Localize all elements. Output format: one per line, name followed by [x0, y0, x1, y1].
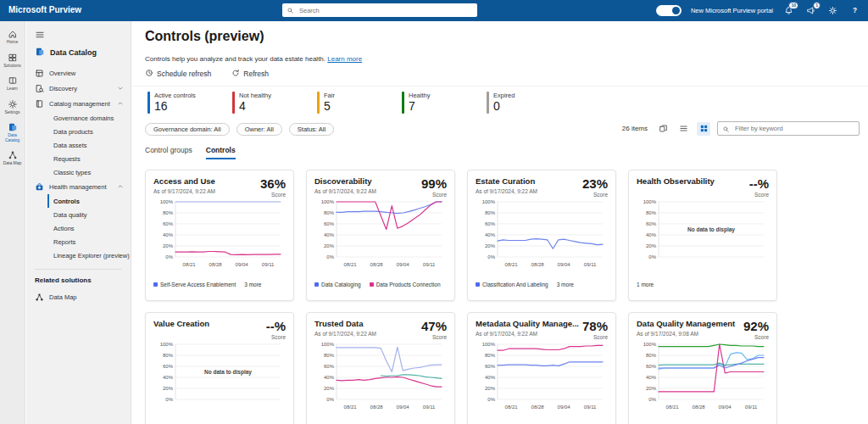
health-management-icon: [35, 182, 44, 192]
svg-text:100%: 100%: [160, 199, 174, 204]
card-score: 99%: [421, 177, 447, 190]
sidebar-item-data-products[interactable]: Data products: [47, 125, 131, 138]
control-card-trusted-data[interactable]: Trusted DataAs of 9/17/2024, 9:22 AM47%S…: [306, 312, 455, 424]
card-as-of: As of 9/17/2024, 9:22 AM: [476, 188, 537, 195]
control-card-discoverability[interactable]: DiscoverabilityAs of 9/17/2024, 9:22 AM9…: [306, 170, 455, 301]
rail-item-home[interactable]: Home: [0, 26, 25, 47]
grid-view-icon: [699, 124, 709, 133]
card-score: --%: [266, 320, 286, 332]
legend-item: Self-Serve Access Enablement: [153, 282, 236, 287]
keyword-filter[interactable]: [717, 121, 860, 136]
rail-item-data-map[interactable]: Data Map: [0, 148, 25, 169]
svg-text:20%: 20%: [646, 243, 657, 248]
card-view-icon: [659, 124, 668, 133]
tab-controls[interactable]: Controls: [206, 146, 236, 159]
svg-text:09/11: 09/11: [423, 404, 436, 410]
tab-control-groups[interactable]: Control groups: [145, 146, 192, 159]
sidebar-item-controls[interactable]: Controls: [47, 194, 131, 208]
sidebar-item-actions[interactable]: Actions: [47, 221, 131, 235]
sidebar-item-requests[interactable]: Requests: [47, 152, 131, 165]
control-card-health-observability[interactable]: Health Observability--%Score100%80%60%40…: [628, 170, 777, 301]
control-card-value-creation[interactable]: Value Creation--%Score100%80%60%40%20%0%…: [145, 312, 294, 424]
solutions-icon: [8, 53, 18, 63]
home-icon: [8, 29, 18, 39]
announcements-button[interactable]: 1: [804, 4, 817, 17]
sidebar-item-discovery[interactable]: Discovery: [26, 81, 131, 96]
control-card-estate-curation[interactable]: Estate CurationAs of 9/17/2024, 9:22 AM2…: [467, 170, 616, 301]
sidebar-item-data-assets[interactable]: Data assets: [47, 138, 131, 152]
portal-toggle[interactable]: [656, 5, 682, 16]
global-search-input[interactable]: [298, 6, 473, 15]
search-icon: [722, 126, 730, 133]
filter-chip[interactable]: Governance domain: All: [145, 123, 230, 136]
items-count: 26 items: [622, 125, 648, 132]
help-button[interactable]: ?: [849, 4, 861, 17]
keyword-filter-input[interactable]: [733, 124, 854, 133]
score-trend-chart: 100%80%60%40%20%0%No data to display: [637, 198, 769, 277]
score-caption: Score: [421, 334, 447, 340]
rail-item-learn[interactable]: Learn: [0, 73, 25, 94]
legend-more: 3 more: [557, 282, 574, 287]
global-search[interactable]: [282, 3, 477, 17]
rail-item-data-catalog[interactable]: Data Catalog: [0, 120, 25, 145]
svg-text:40%: 40%: [163, 375, 174, 380]
schedule-refresh-label: Schedule refresh: [157, 70, 211, 78]
notifications-button[interactable]: 10: [782, 4, 795, 17]
svg-text:80%: 80%: [646, 353, 657, 358]
refresh-button[interactable]: Refresh: [231, 69, 269, 79]
catalog-management-icon: [35, 99, 44, 109]
settings-button[interactable]: [826, 4, 839, 17]
svg-text:100%: 100%: [643, 342, 657, 347]
refresh-label: Refresh: [243, 70, 269, 78]
sidebar-item-catalog-management[interactable]: Catalog management: [26, 96, 131, 111]
card-score: 47%: [421, 320, 447, 332]
rail-item-solutions[interactable]: Solutions: [0, 50, 25, 71]
list-view-button[interactable]: [676, 122, 690, 136]
svg-text:60%: 60%: [324, 364, 335, 369]
learn-more-link[interactable]: Learn more: [327, 55, 362, 63]
card-title: Data Quality Management: [637, 320, 735, 329]
card-legend: 1 more: [637, 282, 769, 287]
card-title: Health Observability: [637, 177, 715, 187]
score-caption: Score: [582, 334, 608, 340]
toolbar: Schedule refresh Refresh: [145, 69, 269, 79]
control-card-data-quality-management[interactable]: Data Quality ManagementAs of 9/17/2024, …: [628, 312, 777, 424]
filter-chip[interactable]: Status: All: [289, 123, 334, 136]
sidebar-item-classic-types[interactable]: Classic types: [47, 165, 131, 179]
svg-text:08/28: 08/28: [531, 404, 545, 410]
svg-text:80%: 80%: [163, 353, 174, 358]
hamburger-menu-button[interactable]: [35, 28, 45, 38]
control-card-access-and-use[interactable]: Access and UseAs of 9/17/2024, 9:22 AM36…: [145, 170, 294, 301]
svg-text:09/04: 09/04: [558, 262, 571, 267]
grid-view-button[interactable]: [697, 122, 710, 136]
svg-text:0%: 0%: [165, 397, 173, 402]
sidebar-title: Data Catalog: [35, 47, 131, 59]
svg-text:09/11: 09/11: [262, 262, 275, 267]
filter-chip[interactable]: Owner: All: [236, 123, 282, 136]
control-card-metadata-quality-manage-[interactable]: Metadata Quality Manage...As of 9/17/202…: [467, 312, 616, 424]
svg-text:09/11: 09/11: [584, 262, 597, 267]
sidebar-item-overview[interactable]: Overview: [26, 65, 131, 81]
svg-text:60%: 60%: [646, 364, 657, 369]
sidebar-item-governance-domains[interactable]: Governance domains: [47, 111, 131, 125]
card-view-button[interactable]: [656, 122, 670, 136]
svg-text:20%: 20%: [485, 243, 496, 248]
legend-item: Classification And Labeling: [476, 282, 548, 287]
search-icon: [287, 3, 294, 18]
svg-text:20%: 20%: [163, 386, 174, 391]
sidebar-title-label: Data Catalog: [50, 48, 97, 57]
schedule-refresh-button[interactable]: Schedule refresh: [145, 69, 211, 79]
svg-text:0%: 0%: [487, 397, 495, 402]
rail-item-settings[interactable]: Settings: [0, 97, 25, 118]
svg-text:40%: 40%: [646, 375, 657, 380]
sidebar-item-health-management[interactable]: Health management: [26, 179, 131, 194]
svg-text:100%: 100%: [160, 342, 174, 347]
score-trend-chart: 100%80%60%40%20%0%08/2108/2809/0409/11: [314, 198, 447, 277]
sidebar-item-reports[interactable]: Reports: [47, 235, 131, 248]
svg-text:60%: 60%: [163, 221, 174, 226]
svg-text:0%: 0%: [487, 254, 495, 259]
sidebar-item-data-quality[interactable]: Data quality: [47, 208, 131, 221]
related-item-data-map[interactable]: Data Map: [26, 289, 131, 304]
tabs: Control groupsControls: [145, 146, 236, 159]
sidebar-item-lineage-explorer--preview-[interactable]: Lineage Explorer (preview): [47, 248, 131, 262]
